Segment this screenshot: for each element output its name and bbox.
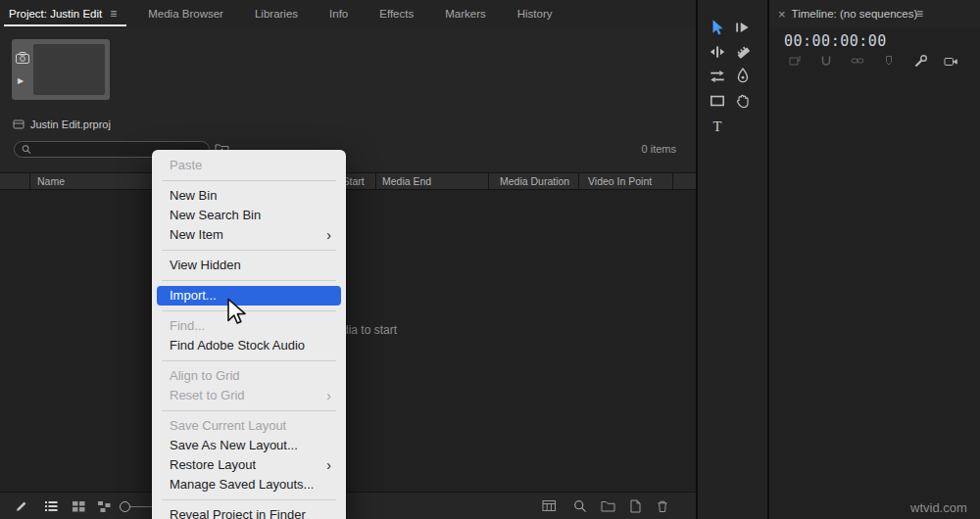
project-panel: ▶ Justin Edit.prproj 0 items Name Media … xyxy=(0,27,696,519)
new-bin-icon[interactable] xyxy=(600,498,615,513)
project-writable-pencil-icon[interactable] xyxy=(14,498,29,513)
project-filename-row: Justin Edit.prproj xyxy=(13,118,111,130)
project-item-list[interactable] xyxy=(0,190,696,492)
hand-tool-icon[interactable] xyxy=(731,89,755,113)
find-icon[interactable] xyxy=(572,498,588,513)
project-filename: Justin Edit.prproj xyxy=(30,118,111,130)
menu-separator xyxy=(162,499,336,500)
menu-item-new-search-bin[interactable]: New Search Bin xyxy=(157,206,341,225)
menu-item-paste: Paste xyxy=(157,156,341,175)
linked-selection-icon[interactable] xyxy=(850,53,865,69)
premiere-pro-window: Project: Justin Edit ≡ Media Browser Lib… xyxy=(0,0,980,519)
slip-tool-icon[interactable] xyxy=(706,65,729,88)
menu-separator xyxy=(162,410,336,411)
timecode-display[interactable]: 00:00:00:00 xyxy=(784,32,887,50)
menu-item-manage-saved-layouts[interactable]: Manage Saved Layouts... xyxy=(157,475,341,495)
menu-item-restore-layout[interactable]: Restore Layout› xyxy=(157,455,341,475)
timeline-panel-menu-icon[interactable]: ≡ xyxy=(916,7,923,21)
menu-item-reveal-project-in-finder[interactable]: Reveal Project in Finder xyxy=(157,505,341,519)
search-icon xyxy=(22,144,31,155)
panel-menu-icon[interactable]: ≡ xyxy=(110,7,117,21)
menu-item-save-as-new-layout[interactable]: Save As New Layout... xyxy=(157,436,341,455)
menu-item-view-hidden[interactable]: View Hidden xyxy=(157,256,341,275)
menu-separator xyxy=(162,310,336,311)
mouse-cursor-icon xyxy=(225,298,247,330)
menu-item-find: Find... xyxy=(157,316,341,336)
project-file-icon xyxy=(13,118,24,130)
selection-tool-icon[interactable] xyxy=(706,16,729,39)
project-bottom-toolbar xyxy=(0,492,696,519)
tab-history[interactable]: History xyxy=(502,0,568,27)
context-menu: Paste New Bin New Search Bin New Item› V… xyxy=(152,150,346,519)
panel-divider-right[interactable] xyxy=(767,0,769,519)
column-media-duration[interactable]: Media Duration xyxy=(500,175,569,187)
close-panel-icon[interactable]: × xyxy=(769,7,792,22)
items-count: 0 items xyxy=(642,143,676,155)
submenu-chevron-icon: › xyxy=(326,455,331,475)
snap-magnet-icon[interactable] xyxy=(818,53,834,69)
list-view-icon[interactable] xyxy=(43,498,59,513)
tab-effects[interactable]: Effects xyxy=(364,0,429,27)
menu-separator xyxy=(162,280,336,281)
column-media-end[interactable]: Media End xyxy=(382,175,431,187)
rectangle-tool-icon[interactable] xyxy=(706,89,729,113)
insert-overwrite-nest-icon[interactable] xyxy=(787,53,803,69)
add-marker-icon[interactable] xyxy=(881,53,897,69)
column-name[interactable]: Name xyxy=(37,175,65,187)
tab-info[interactable]: Info xyxy=(314,0,364,27)
razor-tool-icon[interactable] xyxy=(731,40,755,64)
type-tool-icon[interactable]: T xyxy=(706,115,729,138)
ripple-edit-tool-icon[interactable] xyxy=(706,40,729,64)
watermark: wtvid.com xyxy=(910,500,967,515)
panel-divider-left[interactable] xyxy=(696,0,698,519)
tools-panel: T xyxy=(698,0,767,519)
tab-libraries[interactable]: Libraries xyxy=(239,0,314,27)
new-item-icon[interactable] xyxy=(627,498,643,513)
clear-trash-icon[interactable] xyxy=(655,498,670,513)
menu-item-find-adobe-stock-audio[interactable]: Find Adobe Stock Audio xyxy=(157,336,341,355)
tab-markers[interactable]: Markers xyxy=(429,0,502,27)
tab-project-label: Project: Justin Edit xyxy=(9,8,102,20)
column-header-row: Name Media Start Media End Media Duratio… xyxy=(0,172,696,190)
menu-item-import[interactable]: Import... xyxy=(157,286,341,306)
timeline-settings-wrench-icon[interactable] xyxy=(912,53,928,69)
icon-view-icon[interactable] xyxy=(71,498,86,513)
column-video-in-point[interactable]: Video In Point xyxy=(588,175,652,187)
track-select-forward-tool-icon[interactable] xyxy=(731,16,755,39)
tab-media-browser[interactable]: Media Browser xyxy=(132,0,239,27)
play-icon[interactable]: ▶ xyxy=(18,76,24,85)
project-panel-tabbar: Project: Justin Edit ≡ Media Browser Lib… xyxy=(0,0,696,28)
submenu-chevron-icon: › xyxy=(326,386,331,405)
project-preview-thumbnail: ▶ xyxy=(12,39,110,100)
timeline-panel: 00:00:00:00 xyxy=(769,27,980,519)
camera-export-icon[interactable] xyxy=(943,53,958,69)
menu-item-new-bin[interactable]: New Bin xyxy=(157,186,341,206)
freeform-view-icon[interactable] xyxy=(96,498,112,513)
pen-tool-icon[interactable] xyxy=(731,65,755,88)
menu-item-new-item[interactable]: New Item› xyxy=(157,225,341,245)
timeline-panel-tabbar: × Timeline: (no sequences) ≡ xyxy=(769,0,980,28)
menu-separator xyxy=(162,250,336,251)
svg-text:T: T xyxy=(713,118,722,134)
menu-item-reset-to-grid: Reset to Grid› xyxy=(157,386,341,405)
camera-icon xyxy=(16,50,29,68)
menu-item-save-current-layout: Save Current Layout xyxy=(157,416,341,436)
zoom-slider-thumb[interactable] xyxy=(120,501,130,512)
menu-item-align-to-grid: Align to Grid xyxy=(157,366,341,386)
menu-separator xyxy=(162,360,336,361)
automate-to-sequence-icon[interactable] xyxy=(541,498,557,513)
menu-separator xyxy=(162,180,336,181)
tab-project[interactable]: Project: Justin Edit ≡ xyxy=(0,0,132,27)
submenu-chevron-icon: › xyxy=(326,225,331,245)
timeline-tab-title[interactable]: Timeline: (no sequences) xyxy=(792,8,918,20)
